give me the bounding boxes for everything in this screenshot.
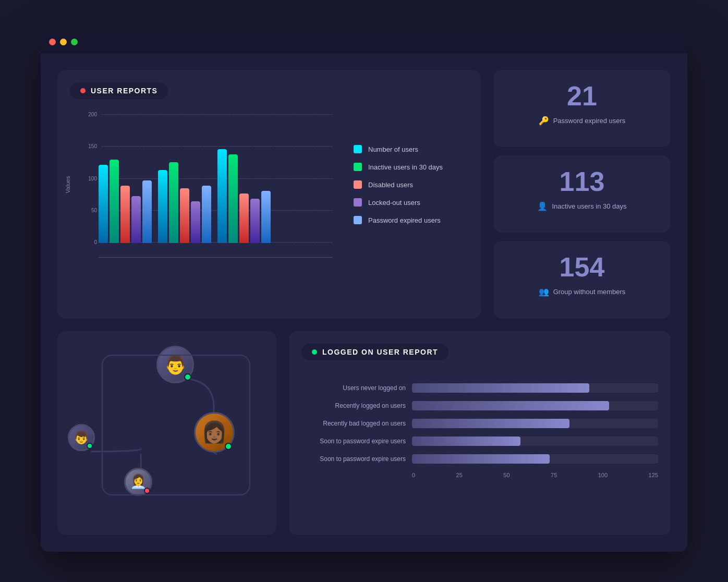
h-bar-track-5 xyxy=(412,454,658,464)
h-bar-row-4: Soon to password expire users xyxy=(301,436,658,446)
legend-item-4: Locked-out users xyxy=(354,198,468,207)
horizontal-bar-chart: Users never logged on Recently logged on… xyxy=(301,383,658,478)
h-bar-fill-4 xyxy=(412,436,520,446)
stat-number-2: 113 xyxy=(506,168,658,195)
avatar-node-1: 👨 xyxy=(156,346,194,383)
bar-chart: Values 200 150 100 50 0 xyxy=(70,112,333,258)
x-label-50: 50 xyxy=(503,472,509,478)
avatar-node-4: 👩‍💼 xyxy=(124,468,152,496)
avatar-dot-green-2 xyxy=(87,443,93,449)
bar-group-2 xyxy=(158,162,211,243)
x-axis-labels: 0 25 50 75 100 125 xyxy=(301,472,658,478)
logged-on-card: LOGGED ON USER REPORT Users never logged… xyxy=(289,331,671,536)
stat-label-row-3: 👥 Group without members xyxy=(506,287,658,297)
maximize-button[interactable] xyxy=(71,39,78,45)
logged-on-header: LOGGED ON USER REPORT xyxy=(301,344,448,360)
avatar-dot-green-3 xyxy=(225,443,232,450)
avatar-node-2: 👦 xyxy=(68,424,95,451)
avatar-dot-red-4 xyxy=(144,488,150,494)
legend-item-1: Number of users xyxy=(354,145,468,153)
y-axis-label: Values xyxy=(65,176,71,193)
stat-label-3: Group without members xyxy=(553,288,626,296)
inactive-icon: 👤 xyxy=(537,201,548,211)
header-green-dot xyxy=(312,349,317,355)
stat-number-1: 21 xyxy=(506,82,658,110)
chart-area: Values 200 150 100 50 0 xyxy=(70,112,468,258)
stat-card-inactive: 113 👤 Inactive users in 30 days xyxy=(493,155,671,233)
avatar-dot-green-1 xyxy=(184,373,191,381)
title-bar xyxy=(41,30,687,53)
legend-item-2: Inactive users in 30 days xyxy=(354,163,468,171)
logged-on-title: LOGGED ON USER REPORT xyxy=(322,348,438,356)
h-bar-row-5: Soon to password expire users xyxy=(301,454,658,464)
stat-label-row-1: 🔑 Password expired users xyxy=(506,116,658,126)
legend-item-3: Disabled users xyxy=(354,180,468,189)
user-network-card: 👨 👦 👩🏾 xyxy=(57,331,276,536)
legend-item-5: Password expired users xyxy=(354,216,468,224)
h-bar-track-1 xyxy=(412,383,658,393)
app-window: USER REPORTS Values 200 150 100 50 0 xyxy=(41,30,687,552)
stat-label-row-2: 👤 Inactive users in 30 days xyxy=(506,201,658,211)
header-dot xyxy=(80,88,86,93)
avatar-node-3: 👩🏾 xyxy=(194,412,235,453)
bar-group-1 xyxy=(99,160,152,243)
bottom-row: 👨 👦 👩🏾 xyxy=(57,331,671,536)
bars-wrapper xyxy=(99,112,333,245)
h-bar-row-3: Recently bad logged on users xyxy=(301,419,658,428)
password-icon: 🔑 xyxy=(539,116,549,126)
main-content: USER REPORTS Values 200 150 100 50 0 xyxy=(41,53,687,552)
user-reports-header: USER REPORTS xyxy=(70,82,168,99)
legend-label-1: Number of users xyxy=(368,146,418,153)
minimize-button[interactable] xyxy=(60,39,67,45)
x-axis xyxy=(99,257,333,258)
close-button[interactable] xyxy=(49,39,56,45)
group-icon: 👥 xyxy=(539,287,549,297)
x-label-75: 75 xyxy=(551,472,557,478)
user-reports-card: USER REPORTS Values 200 150 100 50 0 xyxy=(57,70,481,319)
user-reports-title: USER REPORTS xyxy=(91,87,157,95)
bar-group-3 xyxy=(217,149,271,243)
x-label-125: 125 xyxy=(649,472,658,478)
legend-label-4: Locked-out users xyxy=(368,199,420,207)
stat-card-password-expired: 21 🔑 Password expired users xyxy=(493,70,671,147)
h-bar-fill-5 xyxy=(412,454,550,464)
x-label-25: 25 xyxy=(456,472,463,478)
h-bar-track-3 xyxy=(412,419,658,428)
h-bar-fill-3 xyxy=(412,419,569,428)
h-bar-row-2: Recently logged on users xyxy=(301,401,658,410)
stat-number-3: 154 xyxy=(506,253,658,281)
h-bar-label-5: Soon to password expire users xyxy=(301,455,406,463)
h-bar-label-4: Soon to password expire users xyxy=(301,438,406,445)
stat-cards-column: 21 🔑 Password expired users 113 👤 Inacti… xyxy=(493,70,671,319)
h-bar-row-1: Users never logged on xyxy=(301,383,658,393)
x-label-100: 100 xyxy=(598,472,608,478)
chart-legend: Number of users Inactive users in 30 day… xyxy=(354,112,468,258)
h-bar-fill-2 xyxy=(412,401,609,410)
stat-label-1: Password expired users xyxy=(553,117,626,125)
h-bar-label-1: Users never logged on xyxy=(301,384,406,392)
legend-label-3: Disabled users xyxy=(368,181,413,189)
legend-label-5: Password expired users xyxy=(368,216,441,224)
stat-card-groups: 154 👥 Group without members xyxy=(493,241,671,318)
stat-label-2: Inactive users in 30 days xyxy=(552,202,626,210)
legend-label-2: Inactive users in 30 days xyxy=(368,163,443,171)
h-bar-fill-1 xyxy=(412,383,589,393)
h-bar-track-4 xyxy=(412,436,658,446)
h-bar-label-3: Recently bad logged on users xyxy=(301,420,406,427)
h-bar-track-2 xyxy=(412,401,658,410)
x-label-0: 0 xyxy=(412,472,415,478)
h-bar-label-2: Recently logged on users xyxy=(301,402,406,409)
